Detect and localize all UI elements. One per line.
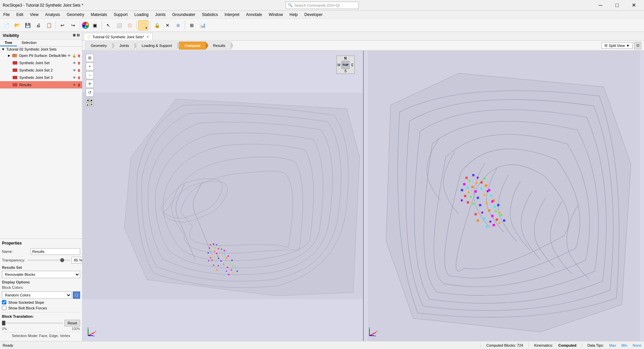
- minimize-button[interactable]: ─: [593, 0, 608, 11]
- block-colors-action-btn[interactable]: ⬡: [73, 291, 80, 299]
- results-set-select[interactable]: Removable Blocks: [2, 271, 80, 278]
- zoom-out-btn[interactable]: −: [86, 71, 94, 79]
- workflow-results[interactable]: Results: [207, 42, 231, 50]
- chart-button[interactable]: 📊: [197, 20, 207, 30]
- svg-rect-7: [211, 251, 212, 252]
- delete-icon-4[interactable]: 🗑: [77, 76, 81, 80]
- active-tool-button[interactable]: ⬡ ▼: [138, 20, 148, 30]
- tree-item-sjoint3[interactable]: Synthetic Joint Set 3 👁 🗑: [0, 74, 82, 81]
- menu-analysis[interactable]: Analysis: [42, 11, 64, 19]
- visibility-collapse-icon[interactable]: ⊟: [77, 33, 79, 37]
- block-translation-slider[interactable]: [2, 322, 63, 324]
- menu-file[interactable]: File: [0, 11, 13, 19]
- cube-button[interactable]: ⬡: [125, 20, 135, 30]
- arrow-up-btn[interactable]: ▲: [86, 103, 89, 106]
- eye-icon[interactable]: 👁: [67, 54, 71, 58]
- color-picker-button[interactable]: [82, 22, 89, 29]
- svg-rect-33: [218, 265, 219, 266]
- tree-group-header[interactable]: ▼ Tutorial 02 Synthetic Joint Sets: [0, 47, 82, 52]
- data-tips-max[interactable]: Max: [609, 343, 616, 347]
- clipboard-button[interactable]: 📋: [44, 20, 54, 30]
- tab-selection[interactable]: Selection: [17, 40, 41, 46]
- menu-window[interactable]: Window: [265, 11, 286, 19]
- block-translation-reset-btn[interactable]: Reset: [64, 320, 80, 326]
- table-button[interactable]: ⊞: [187, 20, 197, 30]
- delete-icon-3[interactable]: 🗑: [77, 69, 81, 72]
- transparency-slider[interactable]: [27, 260, 70, 261]
- open-button[interactable]: 📂: [12, 20, 22, 30]
- zoom-in-btn[interactable]: +: [86, 63, 94, 71]
- tab-tree[interactable]: Tree: [0, 40, 17, 46]
- menu-interpret[interactable]: Interpret: [221, 11, 243, 19]
- svg-rect-45: [232, 272, 233, 273]
- menu-annotate[interactable]: Annotate: [243, 11, 265, 19]
- left-viewport[interactable]: N S W E TOP ⊞ + − ✛ ↺: [82, 51, 363, 341]
- file-tab-active[interactable]: ⬡ Tutorial 02 Synthetic Joint Sets* ✕: [84, 33, 153, 40]
- arrow-left-btn[interactable]: ◀: [86, 98, 89, 102]
- name-label: Name:: [2, 250, 29, 254]
- eye-icon-3[interactable]: 👁: [73, 69, 76, 72]
- data-tips-min[interactable]: Min: [621, 343, 627, 347]
- compass-n: N: [344, 57, 346, 60]
- search-box[interactable]: 🔍 Search Commands (Ctrl+Q): [286, 2, 359, 9]
- redo-button[interactable]: ↪: [68, 20, 78, 30]
- tree-item-sjoint1[interactable]: Synthetic Joint Set 👁 🗑: [0, 59, 82, 67]
- menu-edit[interactable]: Edit: [13, 11, 27, 19]
- undo-button[interactable]: ↩: [58, 20, 67, 30]
- zoom-extents-btn[interactable]: ⊞: [86, 54, 94, 62]
- menu-groundwater[interactable]: Groundwater: [169, 11, 198, 19]
- menu-geometry[interactable]: Geometry: [64, 11, 88, 19]
- eye-icon-4[interactable]: 👁: [73, 76, 76, 80]
- workflow-joints[interactable]: Joints: [114, 42, 135, 50]
- show-socketed-checkbox[interactable]: [2, 300, 6, 304]
- arrow-down-btn[interactable]: ▼: [90, 103, 93, 106]
- arrow-right-btn[interactable]: ▶: [90, 98, 93, 102]
- name-input[interactable]: [31, 248, 80, 255]
- select-button[interactable]: ↖: [103, 20, 113, 30]
- lock-button[interactable]: 🔒: [152, 20, 162, 30]
- box-select-button[interactable]: ⬜: [114, 20, 124, 30]
- block-colors-select[interactable]: Random Colors: [2, 291, 71, 299]
- delete-icon-5[interactable]: 🗑: [77, 83, 81, 87]
- mesh-icon: [12, 54, 17, 57]
- viewport-expand-button[interactable]: ⊡: [634, 42, 641, 49]
- tree-item-results[interactable]: Results 👁 🗑: [0, 81, 82, 88]
- menu-joints[interactable]: Joints: [152, 11, 169, 19]
- show-bolt-checkbox[interactable]: [2, 306, 6, 310]
- pan-btn[interactable]: ✛: [86, 80, 94, 88]
- menu-view[interactable]: View: [27, 11, 42, 19]
- workflow-geometry[interactable]: Geometry: [85, 42, 112, 50]
- new-button[interactable]: 📄: [1, 20, 11, 30]
- rotate-btn[interactable]: ↺: [86, 88, 94, 96]
- close-button[interactable]: ✕: [626, 0, 641, 11]
- main-area: Visibility ⊞ ⊟ Tree Selection ▼ Tutorial…: [0, 32, 644, 341]
- eye-icon-5[interactable]: 👁: [73, 83, 76, 87]
- visibility-expand-icon[interactable]: ⊞: [73, 33, 75, 37]
- lock-icon[interactable]: 🔒: [72, 54, 76, 58]
- display-button[interactable]: ▣: [90, 20, 100, 30]
- menu-help[interactable]: Help: [286, 11, 301, 19]
- menu-statistics[interactable]: Statistics: [198, 11, 221, 19]
- svg-rect-47: [224, 275, 225, 276]
- print-button[interactable]: 🖨: [33, 20, 43, 30]
- split-view-button[interactable]: ⊟ Split View ▼: [601, 42, 633, 49]
- tab-close-icon[interactable]: ✕: [146, 35, 149, 39]
- right-viewport[interactable]: x y z: [363, 51, 644, 341]
- svg-rect-22: [224, 250, 225, 251]
- menu-support[interactable]: Support: [110, 11, 131, 19]
- snap-button[interactable]: ⊕: [173, 20, 183, 30]
- eye-icon-2[interactable]: 👁: [73, 61, 76, 65]
- maximize-button[interactable]: □: [609, 0, 625, 11]
- tree-item-sjoint2[interactable]: Synthetic Joint Set 2 👁 🗑: [0, 67, 82, 74]
- delete-button[interactable]: ✕: [163, 20, 173, 30]
- workflow-loading[interactable]: Loading & Support: [136, 42, 178, 50]
- menu-loading[interactable]: Loading: [131, 11, 152, 19]
- workflow-compute[interactable]: Compute: [179, 42, 206, 50]
- data-tips-none[interactable]: None: [633, 343, 641, 347]
- menu-developer[interactable]: Developer: [301, 11, 326, 19]
- delete-icon[interactable]: 🗑: [77, 54, 81, 58]
- save-button[interactable]: 💾: [23, 20, 33, 30]
- delete-icon-2[interactable]: 🗑: [77, 61, 81, 65]
- tree-item-open-pit[interactable]: ▶ Open Pit Surface: Default:Mesh_rep 👁 🔒…: [0, 52, 82, 59]
- menu-materials[interactable]: Materials: [87, 11, 110, 19]
